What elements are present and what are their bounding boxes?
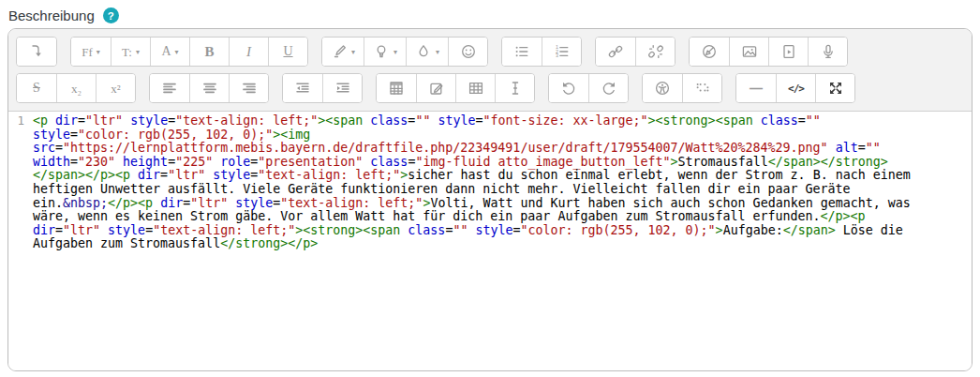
paragraph-style-button[interactable]: A▾ (150, 38, 189, 66)
bold-button[interactable]: B (189, 38, 229, 66)
horizontal-rule-button[interactable]: — (736, 74, 776, 102)
svg-text:3: 3 (556, 53, 558, 58)
line-number (8, 156, 33, 170)
code-line: ein.&nbsp;</p><p dir="ltr" style="text-a… (8, 197, 972, 211)
toolbar-group (642, 73, 722, 103)
font-size-button[interactable]: T:▾ (111, 38, 150, 66)
italic-button[interactable]: I (229, 38, 268, 66)
media-icon (780, 43, 797, 60)
code-line: style="color: rgb(255, 102, 0);"><img (8, 128, 972, 143)
line-number (8, 142, 33, 156)
unordered-list-button[interactable] (502, 38, 542, 66)
dropdown-caret-icon: ▾ (136, 48, 140, 56)
line-number (8, 183, 33, 197)
highlight-color-button[interactable]: ▾ (364, 38, 406, 66)
code-lines: 1<p dir="ltr" style="text-align: left;">… (8, 114, 972, 251)
redo-icon (601, 80, 617, 97)
background-color-button[interactable]: ▾ (322, 38, 364, 66)
outdent-button[interactable] (283, 74, 322, 102)
undo-button[interactable] (549, 74, 588, 102)
atto-editor: Ff▾T:▾A▾BIU▾▾▾123 Sx₂x²—</> 1<p dir="ltr… (7, 28, 973, 371)
toolbar-group (282, 73, 363, 103)
subscript-button[interactable]: x₂ (56, 74, 96, 102)
font-family-button[interactable]: Ff▾ (71, 38, 111, 66)
font-style-icon: A (161, 45, 171, 58)
html-source-editor[interactable]: 1<p dir="ltr" style="text-align: left;">… (8, 112, 972, 371)
code-line: Aufgaben zum Stromausfall</strong></p> (8, 237, 972, 251)
toolbar-group (376, 73, 535, 103)
line-number (8, 237, 33, 251)
toolbar-row-1: Ff▾T:▾A▾BIU▾▾▾123 (16, 37, 964, 67)
indent-button[interactable] (322, 74, 362, 102)
ibeam-icon (507, 80, 524, 97)
table-button[interactable] (455, 74, 495, 102)
unlink-icon (647, 43, 664, 60)
screenreader-helper-button[interactable] (682, 74, 721, 102)
insert-image-button[interactable] (729, 38, 768, 66)
text-cursor-button[interactable] (495, 74, 534, 102)
align-left-icon (161, 80, 178, 97)
edit-formula-button[interactable] (416, 74, 455, 102)
indent-icon (334, 80, 351, 97)
field-header: Beschreibung ? (0, 0, 980, 28)
underline-icon: U (283, 45, 292, 58)
description-field-page: Beschreibung ? Ff▾T:▾A▾BIU▾▾▾123 Sx₂x²—<… (0, 0, 980, 377)
font-color-button[interactable]: ▾ (406, 38, 448, 66)
html-source-button[interactable]: </> (776, 74, 815, 102)
dropdown-caret-icon: ▾ (436, 48, 439, 56)
dropdown-caret-icon: ▾ (175, 48, 179, 56)
italic-icon: I (246, 45, 251, 59)
help-icon[interactable]: ? (103, 8, 119, 23)
collapse-toolbar-button[interactable] (17, 38, 56, 66)
align-center-button[interactable] (189, 74, 229, 102)
toolbar-group: Sx₂x² (16, 73, 136, 103)
subscript-icon: x₂ (71, 83, 82, 95)
align-right-button[interactable] (229, 74, 268, 102)
line-number: 1 (8, 114, 33, 128)
line-number (8, 197, 33, 211)
code-text: dir="ltr" style="text-align: left;"><str… (33, 224, 903, 238)
link-button[interactable] (596, 38, 635, 66)
toolbar-group (149, 73, 269, 103)
code-line: wäre, wenn es keinen Strom gäbe. Vor all… (8, 210, 972, 224)
unlink-button[interactable] (635, 38, 675, 66)
drawing-button[interactable] (690, 38, 729, 66)
collapse-toolbar-icon (28, 43, 45, 60)
pen-circle-icon (701, 43, 718, 60)
font-family-icon: Ff (82, 46, 93, 58)
redo-button[interactable] (588, 74, 628, 102)
accessibility-checker-button[interactable] (643, 74, 682, 102)
table-icon (468, 80, 484, 97)
toolbar-group (16, 37, 57, 67)
toolbar-group (595, 37, 676, 67)
code-icon: </> (788, 83, 804, 94)
code-text: width="230" height="225" role="presentat… (33, 156, 888, 170)
code-line: dir="ltr" style="text-align: left;"><str… (8, 224, 972, 238)
insert-media-button[interactable] (768, 38, 808, 66)
code-line: 1<p dir="ltr" style="text-align: left;">… (8, 114, 972, 128)
toolbar-row-2: Sx₂x²—</> (16, 73, 964, 103)
superscript-button[interactable]: x² (96, 74, 135, 102)
emoticon-button[interactable] (448, 38, 487, 66)
ordered-list-button[interactable]: 123 (542, 38, 581, 66)
code-line: </span></p><p dir="ltr" style="text-alig… (8, 169, 972, 183)
strikethrough-button[interactable]: S (17, 74, 56, 102)
toolbar-group: Ff▾T:▾A▾BIU (70, 37, 308, 67)
align-left-button[interactable] (150, 74, 189, 102)
record-audio-button[interactable] (808, 38, 847, 66)
code-line: heftigen Unwetter ausfällt. Viele Geräte… (8, 183, 972, 197)
toolbar-group (689, 37, 848, 67)
fullscreen-button[interactable] (815, 74, 854, 102)
superscript-icon: x² (111, 83, 120, 95)
line-number (8, 128, 33, 143)
unordered-list-icon (513, 43, 530, 60)
toolbar-group: —</> (735, 73, 855, 103)
align-right-icon (241, 80, 258, 97)
math-formula-button[interactable] (377, 74, 416, 102)
align-center-icon (201, 80, 218, 97)
toolbar-group: 123 (501, 37, 582, 67)
underline-button[interactable]: U (268, 38, 307, 66)
dropdown-caret-icon: ▾ (393, 48, 397, 56)
accessibility-icon (654, 80, 671, 97)
link-icon (607, 43, 624, 60)
